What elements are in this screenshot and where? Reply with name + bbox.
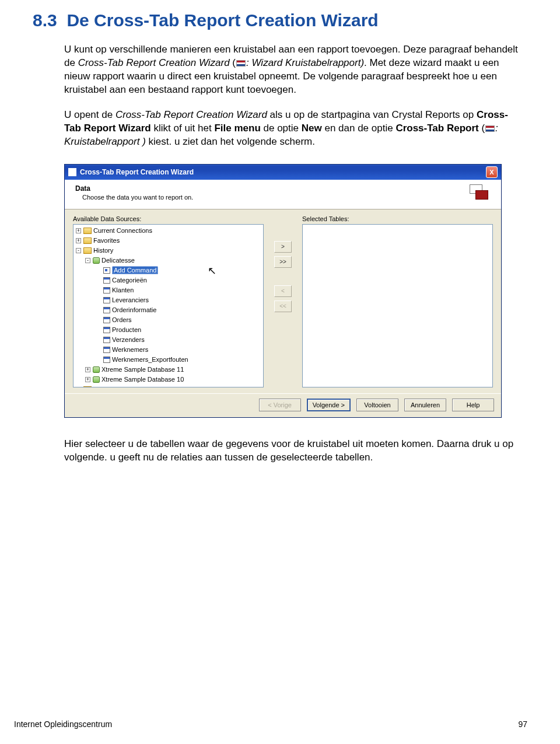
tree-item-label: Orders (112, 316, 132, 323)
table-icon (103, 357, 110, 363)
step-subtitle: Choose the data you want to report on. (82, 194, 193, 201)
command-icon (103, 267, 110, 274)
tree-item-label: Verzenders (112, 336, 145, 343)
tree-item[interactable]: Producten (94, 325, 262, 335)
add-all-button[interactable]: >> (274, 256, 292, 268)
tree-item-label: History (93, 247, 113, 254)
tree-item[interactable]: Categorieën (94, 275, 262, 285)
app-icon (68, 168, 76, 176)
tree-item-label: Delicatesse (102, 257, 135, 264)
intro-paragraph-1: U kunt op verschillende manieren een kru… (64, 43, 522, 97)
crosstab-icon (470, 184, 493, 203)
page-footer: Internet Opleidingscentrum 97 (14, 719, 527, 729)
close-button[interactable]: X (486, 166, 498, 178)
table-icon (103, 337, 110, 343)
folder-icon (83, 237, 92, 244)
cancel-button[interactable]: Annuleren (404, 399, 446, 411)
expand-icon[interactable]: + (85, 367, 90, 372)
closing-paragraph: Hier selecteer u de tabellen waar de geg… (64, 438, 522, 464)
table-icon (103, 287, 110, 294)
intro-paragraph-2: U opent de Cross-Tab Report Creation Wiz… (64, 109, 522, 149)
tree-item[interactable]: Werknemers_Exportfouten (94, 355, 262, 365)
tree-item[interactable]: -History-DelicatesseAdd CommandCategorie… (76, 246, 262, 385)
collapse-icon[interactable]: - (76, 248, 81, 253)
tree-item-label: Current Connections (93, 227, 152, 234)
database-icon (93, 257, 100, 264)
collapse-icon[interactable]: - (85, 258, 90, 263)
expand-icon[interactable]: + (85, 377, 90, 382)
tree-item[interactable]: Add Command (94, 266, 262, 275)
database-icon (93, 366, 100, 373)
available-label: Available Data Sources: (73, 215, 264, 222)
footer-org: Internet Opleidingscentrum (14, 719, 112, 729)
tree-item-label: Werknemers_Exportfouten (112, 356, 188, 363)
finish-button[interactable]: Voltooien (356, 399, 398, 411)
wizard-footer: < Vorige Volgende > Voltooien Annuleren … (65, 393, 501, 417)
step-title: Data (75, 184, 193, 193)
table-icon (103, 317, 110, 323)
available-data-sources-tree[interactable]: +Current Connections+Favorites-History-D… (73, 224, 264, 387)
tree-item-label: Xtreme Sample Database 10 (102, 376, 184, 383)
tree-item-label: Add Command (112, 266, 158, 274)
flag-nl-icon (485, 125, 495, 132)
tree-item-label: Orderinformatie (112, 306, 156, 313)
table-icon (103, 297, 110, 303)
tree-item[interactable]: Verzenders (94, 335, 262, 345)
tree-item-label: Werknemers (112, 346, 148, 353)
expand-icon[interactable]: + (76, 228, 81, 233)
next-button[interactable]: Volgende > (307, 399, 351, 411)
tree-item[interactable]: +Current Connections (76, 226, 262, 236)
folder-icon (83, 386, 92, 387)
folder-icon (83, 228, 92, 234)
tree-item-label: Leveranciers (112, 296, 149, 303)
selected-tables-list[interactable] (302, 224, 493, 387)
tree-item-label: Xtreme Sample Database 11 (102, 366, 184, 373)
help-button[interactable]: Help (452, 399, 494, 411)
expand-icon[interactable]: + (76, 238, 81, 243)
section-heading: 8.3 De Cross-Tab Report Creation Wizard (33, 11, 527, 30)
tree-item[interactable]: Orderinformatie (94, 305, 262, 315)
tree-item[interactable]: +Xtreme Sample Database 11 (85, 365, 262, 375)
table-icon (103, 307, 110, 313)
tree-item[interactable]: +Xtreme Sample Database 10 (85, 375, 262, 385)
tree-item[interactable]: Orders (94, 315, 262, 325)
footer-page-number: 97 (518, 719, 527, 729)
tree-item[interactable]: +Create New Connection (76, 385, 262, 387)
tree-item[interactable]: Klanten (94, 285, 262, 295)
selected-label: Selected Tables: (302, 215, 493, 222)
tree-item[interactable]: +Favorites (76, 236, 262, 246)
database-icon (93, 376, 100, 383)
tree-item-label: Producten (112, 326, 141, 333)
add-button[interactable]: > (274, 241, 292, 253)
tree-item[interactable]: Leveranciers (94, 295, 262, 305)
remove-button[interactable]: < (274, 285, 292, 297)
table-icon (103, 327, 110, 333)
window-title: Cross-Tab Report Creation Wizard (80, 168, 194, 176)
remove-all-button[interactable]: << (274, 301, 292, 312)
table-icon (103, 277, 110, 284)
tree-item-label: Create New Connection (93, 386, 162, 387)
wizard-header: Data Choose the data you want to report … (65, 180, 501, 209)
tree-item[interactable]: -DelicatesseAdd CommandCategorieënKlante… (85, 256, 262, 365)
tree-item-label: Favorites (93, 237, 120, 244)
tree-item-label: Categorieën (112, 277, 147, 284)
table-icon (103, 347, 110, 353)
folder-icon (83, 247, 92, 254)
titlebar: Cross-Tab Report Creation Wizard X (65, 165, 501, 180)
tree-item-label: Klanten (112, 287, 134, 294)
wizard-window: Cross-Tab Report Creation Wizard X Data … (64, 164, 502, 418)
tree-item[interactable]: Werknemers (94, 345, 262, 355)
flag-nl-icon (236, 60, 246, 67)
back-button[interactable]: < Vorige (259, 399, 301, 411)
